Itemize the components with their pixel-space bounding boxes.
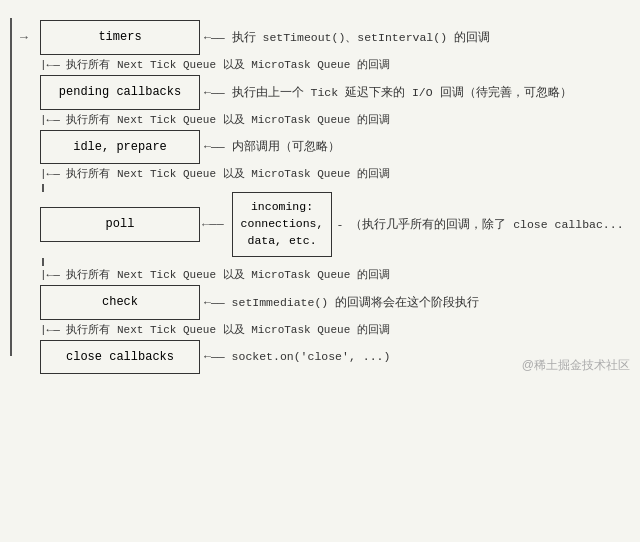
idle-prepare-desc: ←—— 内部调用（可忽略）	[204, 140, 340, 153]
close-callbacks-desc-container: ←—— socket.on('close', ...)	[204, 350, 390, 364]
loop-arrow-timers: →	[20, 30, 28, 45]
tick-text-3: |←— 执行所有 Next Tick Queue 以及 MicroTask Qu…	[40, 166, 390, 181]
pending-callbacks-desc-container: ←—— 执行由上一个 Tick 延迟下来的 I/O 回调（待完善，可忽略）	[204, 85, 572, 100]
timers-box: timers	[40, 20, 200, 55]
incoming-label: incoming: connections, data, etc.	[241, 200, 324, 247]
close-callbacks-label: close callbacks	[66, 350, 174, 364]
check-box: check	[40, 285, 200, 320]
idle-prepare-desc-container: ←—— 内部调用（可忽略）	[204, 139, 340, 154]
check-label: check	[102, 295, 138, 309]
watermark-text: @稀土掘金技术社区	[522, 358, 630, 372]
incoming-box: incoming: connections, data, etc.	[232, 192, 333, 256]
tick-text-2: |←— 执行所有 Next Tick Queue 以及 MicroTask Qu…	[40, 112, 390, 127]
tick-text-4: |←— 执行所有 Next Tick Queue 以及 MicroTask Qu…	[40, 267, 390, 282]
tick-after-pending: |←— 执行所有 Next Tick Queue 以及 MicroTask Qu…	[30, 112, 630, 127]
idle-prepare-box: idle, prepare	[40, 130, 200, 165]
event-loop-diagram: → timers ←—— 执行 setTimeout()、setInterval…	[0, 0, 640, 384]
close-callbacks-box: close callbacks	[40, 340, 200, 375]
connector-v-after-poll	[42, 258, 44, 266]
tick-after-poll: |←— 执行所有 Next Tick Queue 以及 MicroTask Qu…	[30, 267, 630, 282]
tick-text-1: |←— 执行所有 Next Tick Queue 以及 MicroTask Qu…	[40, 57, 390, 72]
pending-callbacks-desc: ←—— 执行由上一个 Tick 延迟下来的 I/O 回调（待完善，可忽略）	[204, 86, 572, 99]
check-desc: ←—— setImmediate() 的回调将会在这个阶段执行	[204, 296, 479, 309]
check-row: check ←—— setImmediate() 的回调将会在这个阶段执行	[40, 285, 630, 320]
poll-left-arrow: ←——	[202, 218, 224, 232]
watermark: @稀土掘金技术社区	[522, 357, 630, 374]
poll-row: poll ←—— incoming: connections, data, et…	[40, 192, 630, 256]
close-callbacks-desc: ←—— socket.on('close', ...)	[204, 350, 390, 363]
timers-desc: ←—— 执行 setTimeout()、setInterval() 的回调	[204, 30, 490, 45]
loop-line	[10, 18, 12, 356]
connector-v-poll	[42, 184, 44, 192]
tick-after-timers: |←— 执行所有 Next Tick Queue 以及 MicroTask Qu…	[30, 57, 630, 72]
tick-after-check: |←— 执行所有 Next Tick Queue 以及 MicroTask Qu…	[30, 322, 630, 337]
timers-label: timers	[98, 30, 141, 44]
idle-prepare-label: idle, prepare	[73, 140, 167, 154]
poll-box: poll	[40, 207, 200, 242]
poll-arrow-container: ←—— incoming: connections, data, etc. - …	[200, 192, 624, 256]
tick-text-5: |←— 执行所有 Next Tick Queue 以及 MicroTask Qu…	[40, 322, 390, 337]
poll-label: poll	[106, 217, 135, 231]
pending-callbacks-row: pending callbacks ←—— 执行由上一个 Tick 延迟下来的 …	[40, 75, 630, 110]
timers-desc-container: ←—— 执行 setTimeout()、setInterval() 的回调	[204, 30, 490, 45]
idle-prepare-row: idle, prepare ←—— 内部调用（可忽略）	[40, 130, 630, 165]
tick-after-idle: |←— 执行所有 Next Tick Queue 以及 MicroTask Qu…	[30, 166, 630, 181]
poll-desc: - （执行几乎所有的回调，除了 close callbac...	[336, 217, 623, 232]
pending-callbacks-box: pending callbacks	[40, 75, 200, 110]
timers-row: → timers ←—— 执行 setTimeout()、setInterval…	[20, 20, 630, 55]
pending-callbacks-label: pending callbacks	[59, 85, 181, 99]
check-desc-container: ←—— setImmediate() 的回调将会在这个阶段执行	[204, 295, 479, 310]
